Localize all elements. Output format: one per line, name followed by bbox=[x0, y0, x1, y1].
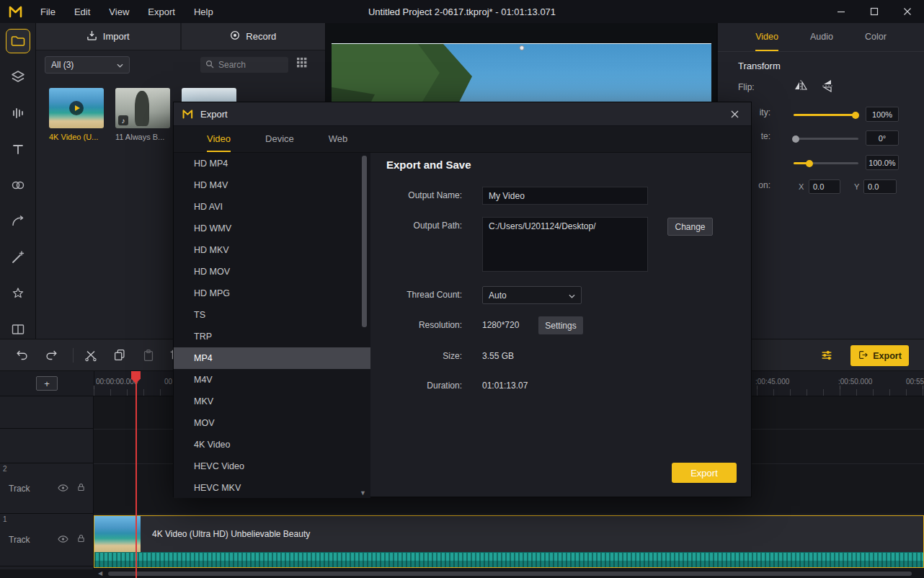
selection-handle[interactable] bbox=[519, 45, 524, 50]
media-item-audio[interactable]: ♪ 11 Always B... bbox=[115, 88, 170, 141]
audio-icon[interactable] bbox=[6, 101, 30, 125]
format-option[interactable]: HD MPG bbox=[174, 283, 370, 304]
timeline-video-clip[interactable]: 4K Video (Ultra HD) Unbelievable Beauty bbox=[94, 515, 924, 568]
split-screen-icon[interactable] bbox=[6, 317, 30, 342]
export-dialog-tab[interactable]: Device bbox=[265, 126, 294, 152]
format-option[interactable]: MOV bbox=[174, 412, 370, 434]
undo-icon[interactable] bbox=[14, 347, 30, 363]
animation-icon[interactable] bbox=[6, 209, 30, 234]
audio-mixer-icon[interactable] bbox=[818, 347, 835, 364]
transitions-icon[interactable] bbox=[6, 173, 30, 197]
media-library-icon[interactable] bbox=[6, 29, 30, 53]
properties-tab[interactable]: Audio bbox=[810, 23, 833, 51]
redo-icon[interactable] bbox=[43, 347, 59, 363]
output-name-label: Output Name: bbox=[370, 190, 462, 200]
format-option[interactable]: HD MP4 bbox=[174, 153, 370, 174]
thread-count-value: Auto bbox=[489, 290, 507, 301]
track-header-2[interactable]: 2 Track bbox=[0, 463, 94, 514]
position-x-input[interactable] bbox=[809, 179, 840, 194]
position-y-input[interactable] bbox=[863, 179, 897, 194]
output-path-label: Output Path: bbox=[370, 221, 462, 231]
flip-horizontal-icon[interactable] bbox=[794, 79, 808, 95]
import-button[interactable]: Import bbox=[36, 23, 180, 50]
output-name-input[interactable] bbox=[482, 187, 648, 205]
menu-item[interactable]: Export bbox=[148, 6, 175, 17]
maximize-button[interactable] bbox=[858, 0, 891, 23]
opacity-slider-knob[interactable] bbox=[852, 112, 859, 119]
menu-item[interactable]: View bbox=[109, 6, 129, 17]
export-dialog-tab[interactable]: Web bbox=[329, 126, 348, 152]
format-option[interactable]: HEVC Video bbox=[174, 455, 370, 477]
y-label: Y bbox=[854, 182, 859, 191]
record-icon bbox=[230, 30, 240, 43]
track-visibility-icon[interactable] bbox=[58, 482, 68, 495]
toolbar-export-button[interactable]: Export bbox=[850, 345, 909, 366]
format-option[interactable]: HD MKV bbox=[174, 239, 370, 261]
format-option[interactable]: M4V bbox=[174, 369, 370, 391]
format-option[interactable]: MKV bbox=[174, 391, 370, 412]
rotate-slider-knob[interactable] bbox=[792, 135, 799, 143]
record-button[interactable]: Record bbox=[180, 23, 326, 50]
scale-slider-knob[interactable] bbox=[806, 160, 813, 167]
track-header-column: 2 Track 1 Track bbox=[0, 396, 94, 569]
output-path-box[interactable]: C:/Users/U201124/Desktop/ bbox=[482, 217, 648, 272]
export-dialog-tabs: VideoDeviceWeb bbox=[174, 126, 751, 153]
format-option[interactable]: HD M4V bbox=[174, 174, 370, 196]
change-path-button[interactable]: Change bbox=[667, 218, 713, 236]
format-option[interactable]: TS bbox=[174, 304, 370, 326]
media-filter-dropdown[interactable]: All (3) bbox=[45, 56, 130, 74]
menu-item[interactable]: Edit bbox=[74, 6, 90, 17]
format-option[interactable]: HD AVI bbox=[174, 196, 370, 218]
format-option[interactable]: 4K Video bbox=[174, 434, 370, 455]
export-dialog-tab[interactable]: Video bbox=[207, 126, 231, 152]
rotate-slider[interactable] bbox=[794, 138, 858, 140]
dialog-title: Export bbox=[200, 109, 228, 120]
media-filter-value: All (3) bbox=[51, 60, 74, 70]
add-track-button[interactable]: + bbox=[36, 376, 58, 391]
close-button[interactable] bbox=[891, 0, 924, 23]
app-logo-icon bbox=[9, 5, 25, 18]
format-list-scrollbar[interactable] bbox=[362, 156, 367, 327]
resolution-settings-button[interactable]: Settings bbox=[538, 316, 583, 334]
flip-label: Flip: bbox=[738, 82, 755, 92]
media-search-box[interactable] bbox=[200, 57, 288, 73]
dialog-close-icon[interactable] bbox=[725, 102, 744, 126]
format-option[interactable]: HD WMV bbox=[174, 218, 370, 239]
filters-icon[interactable] bbox=[6, 245, 30, 270]
scale-slider[interactable] bbox=[794, 162, 858, 164]
duration-label: Duration: bbox=[370, 381, 462, 391]
menu-item[interactable]: File bbox=[40, 6, 55, 17]
flip-vertical-icon[interactable] bbox=[821, 79, 835, 95]
format-option[interactable]: HD MOV bbox=[174, 261, 370, 283]
import-label: Import bbox=[103, 31, 130, 42]
format-option[interactable]: TRP bbox=[174, 326, 370, 347]
format-option[interactable]: HEVC MKV bbox=[174, 477, 370, 498]
paste-icon[interactable] bbox=[141, 347, 156, 363]
track-header-empty bbox=[0, 396, 94, 429]
playhead-line[interactable] bbox=[136, 371, 137, 578]
track-visibility-icon[interactable] bbox=[58, 533, 68, 546]
ruler-timestamp: 00 bbox=[164, 378, 172, 386]
copy-icon[interactable] bbox=[112, 347, 128, 363]
properties-tab[interactable]: Video bbox=[755, 23, 778, 51]
grid-view-icon[interactable] bbox=[297, 58, 307, 71]
track-lock-icon[interactable] bbox=[76, 533, 86, 546]
thread-count-dropdown[interactable]: Auto bbox=[482, 286, 582, 304]
track-lock-icon[interactable] bbox=[76, 482, 86, 495]
media-item-4k-video[interactable]: 4K Video (U... bbox=[49, 88, 104, 141]
track-header-1[interactable]: 1 Track bbox=[0, 514, 94, 566]
split-clip-icon[interactable] bbox=[83, 347, 99, 363]
format-option[interactable]: MP4 bbox=[174, 347, 370, 369]
search-input[interactable] bbox=[218, 60, 279, 70]
dialog-export-button[interactable]: Export bbox=[672, 463, 737, 483]
menu-item[interactable]: Help bbox=[194, 6, 213, 17]
scrollbar-thumb[interactable] bbox=[108, 572, 912, 576]
minimize-button[interactable] bbox=[825, 0, 858, 23]
text-tool-icon[interactable] bbox=[6, 137, 30, 161]
layers-icon[interactable] bbox=[6, 65, 30, 89]
opacity-slider[interactable] bbox=[794, 114, 858, 116]
scroll-left-icon[interactable]: ◀ bbox=[98, 570, 102, 577]
properties-tab[interactable]: Color bbox=[865, 23, 887, 51]
scroll-down-icon[interactable]: ▼ bbox=[360, 489, 366, 497]
effects-icon[interactable] bbox=[6, 281, 30, 306]
